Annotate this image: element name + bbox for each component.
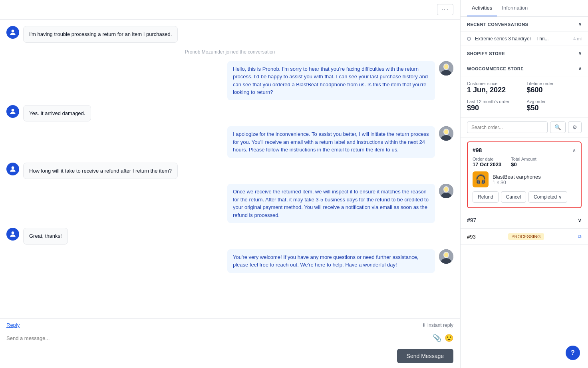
refund-button-98[interactable]: Refund (473, 191, 499, 203)
tabs-header: Activities Information (461, 0, 588, 17)
woocommerce-stats: Customer since 1 Jun, 2022 Lifetime orde… (461, 76, 588, 117)
message-row-customer-3: How long will it take to receive a refun… (6, 163, 453, 179)
processing-badge-93: PROCESSING (508, 233, 544, 240)
order-total-label-98: Total Amount (511, 157, 536, 161)
message-bubble-8: You're very welcome! If you have any mor… (227, 249, 435, 273)
reply-button[interactable]: Reply (6, 322, 20, 328)
product-info-98: BlastBeat earphones 1 × $0 (493, 174, 576, 185)
recent-text-1: Extreme series 3 hairdryer – Thri... (475, 36, 569, 42)
customer-since-value: 1 Jun, 2022 (467, 86, 522, 94)
order-card-97[interactable]: #97 ∨ (461, 212, 588, 229)
shopify-store-header[interactable]: SHOPIFY STORE ∨ (461, 46, 588, 61)
external-link-icon-93[interactable]: ⧉ (578, 234, 582, 239)
search-orders-row: 🔍 ⚙ (461, 117, 588, 137)
recent-conversation-item-1[interactable]: Extreme series 3 hairdryer – Thri... 4 m… (461, 32, 588, 46)
recent-conversations-header[interactable]: RECENT CONVERSATIONS ∨ (461, 17, 588, 32)
message-row-agent-4: You're very welcome! If you have any mor… (6, 249, 453, 273)
search-order-input[interactable] (467, 121, 548, 133)
settings-icon: ⚙ (572, 124, 577, 130)
message-input[interactable] (6, 335, 429, 341)
right-panel: Activities Information RECENT CONVERSATI… (460, 0, 588, 368)
agent-avatar-3 (439, 184, 453, 198)
order-actions-98: Refund Cancel Completed ∨ (473, 191, 576, 203)
customer-avatar-4 (6, 228, 19, 241)
order-chevron-97: ∨ (578, 217, 582, 223)
avg-order-stat: Avg order $50 (527, 99, 582, 112)
order-total-value-98: $0 (511, 161, 536, 167)
last-12-months-value: $90 (467, 104, 522, 112)
completed-chevron-icon: ∨ (558, 194, 562, 200)
message-bubble-2: Hello, this is Pronob. I'm sorry to hear… (227, 61, 435, 100)
shopify-store-title: SHOPIFY STORE (467, 51, 505, 56)
search-order-button[interactable]: 🔍 (550, 121, 566, 133)
recent-time-1: 4 mi (573, 36, 582, 41)
message-bubble-4: I apologize for the inconvenience. To as… (227, 126, 435, 158)
send-message-button[interactable]: Send Message (397, 349, 453, 363)
order-meta-row-98: Order date 17 Oct 2023 Total Amount $0 (473, 157, 576, 167)
avg-order-label: Avg order (527, 99, 582, 104)
settings-order-button[interactable]: ⚙ (568, 121, 582, 133)
chat-header: ··· (0, 0, 460, 20)
product-name-98: BlastBeat earphones (493, 174, 576, 180)
avg-order-value: $50 (527, 104, 582, 112)
order-card-93: #93 PROCESSING ⧉ (461, 229, 588, 245)
svg-point-15 (12, 231, 14, 234)
message-bubble-3: Yes. It arrived damaged. (23, 105, 91, 122)
system-message-1: Pronob Mozumder joined the conversation (6, 48, 453, 56)
instant-reply-button[interactable]: Instant reply (422, 322, 453, 328)
message-input-row: 📎 🙂 (6, 330, 453, 346)
attachment-icon[interactable]: 📎 (433, 334, 441, 342)
recent-conversations-chevron: ∨ (578, 22, 582, 27)
customer-avatar-3 (6, 163, 19, 175)
order-header-98: #98 ∧ (473, 147, 576, 153)
order-number-93: #93 (467, 234, 476, 240)
last-12-months-label: Last 12 month's order (467, 99, 522, 104)
svg-point-9 (444, 129, 448, 134)
message-row-agent-3: Once we receive the returned item, we wi… (6, 184, 453, 223)
message-row-customer-4: Great, thanks! (6, 228, 453, 245)
order-total-block-98: Total Amount $0 (511, 157, 536, 167)
message-row-customer-2: Yes. It arrived damaged. (6, 105, 453, 122)
lifetime-order-value: $600 (527, 86, 582, 94)
product-qty-98: 1 × $0 (493, 180, 576, 185)
more-options-button[interactable]: ··· (437, 4, 453, 15)
order-chevron-98[interactable]: ∧ (572, 147, 576, 153)
customer-avatar-1 (6, 26, 19, 39)
message-row-customer-1: I'm having trouble processing a return f… (6, 26, 453, 43)
order-card-98: #98 ∧ Order date 17 Oct 2023 Total Amoun… (467, 141, 582, 208)
woocommerce-store-header[interactable]: WOOCOMMERCE STORE ∧ (461, 61, 588, 76)
completed-label: Completed (534, 194, 557, 200)
recent-dot-1 (467, 37, 471, 41)
completed-button-98[interactable]: Completed ∨ (528, 191, 567, 203)
order-number-97: #97 (467, 217, 476, 223)
svg-point-14 (444, 187, 448, 192)
message-row-agent-2: I apologize for the inconvenience. To as… (6, 126, 453, 158)
message-bubble-6: Once we receive the returned item, we wi… (227, 184, 435, 223)
message-bubble-5: How long will it take to receive a refun… (23, 163, 178, 179)
tab-activities[interactable]: Activities (467, 0, 497, 16)
emoji-icon[interactable]: 🙂 (445, 334, 453, 342)
tab-information[interactable]: Information (497, 0, 532, 16)
message-bubble-1: I'm having trouble processing a return f… (23, 26, 178, 43)
customer-since-label: Customer since (467, 81, 522, 86)
woocommerce-chevron: ∧ (578, 66, 582, 71)
send-btn-row: Send Message (6, 346, 453, 368)
product-row-98: 🎧 BlastBeat earphones 1 × $0 (473, 171, 576, 187)
svg-point-19 (444, 253, 448, 257)
message-bubble-7: Great, thanks! (23, 228, 68, 245)
lifetime-order-stat: Lifetime order $600 (527, 81, 582, 94)
product-thumbnail-98: 🎧 (473, 171, 489, 187)
message-row-agent-1: Hello, this is Pronob. I'm sorry to hear… (6, 61, 453, 100)
cancel-button-98[interactable]: Cancel (501, 191, 526, 203)
recent-conversations-title: RECENT CONVERSATIONS (467, 22, 528, 27)
chat-area: ··· I'm having trouble processing a retu… (0, 0, 460, 368)
help-button[interactable]: ? (566, 346, 580, 360)
agent-avatar-2 (439, 126, 453, 141)
reply-row: Reply Instant reply (6, 322, 453, 330)
stats-row-2: Last 12 month's order $90 Avg order $50 (467, 99, 582, 112)
svg-point-10 (12, 166, 14, 169)
order-date-value-98: 17 Oct 2023 (473, 161, 501, 167)
woocommerce-store-title: WOOCOMMERCE STORE (467, 66, 524, 71)
headphones-icon: 🎧 (475, 174, 486, 185)
lifetime-order-label: Lifetime order (527, 81, 582, 86)
